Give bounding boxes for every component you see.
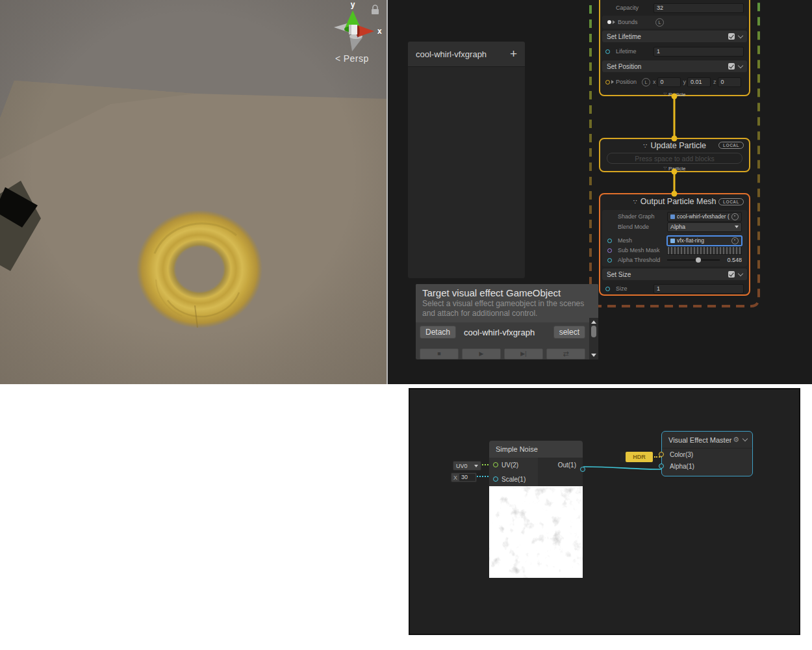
- particle-icon: ∵: [663, 92, 666, 97]
- step-icon: ▶|: [520, 351, 526, 357]
- play-button[interactable]: ▶: [462, 348, 501, 359]
- foldout-icon[interactable]: [613, 20, 615, 24]
- lifetime-label: Lifetime: [616, 48, 653, 55]
- hdr-color-tab: [620, 452, 626, 462]
- stop-icon: ■: [437, 351, 440, 357]
- position-z-field[interactable]: 0: [718, 77, 741, 87]
- size-field[interactable]: 1: [653, 284, 744, 294]
- attach-scrollbar[interactable]: [589, 318, 598, 359]
- simple-noise-title: Simple Noise: [489, 441, 583, 458]
- mesh-port[interactable]: [607, 239, 612, 243]
- gizmo-axis-down[interactable]: [349, 34, 362, 51]
- scrollbar-thumb[interactable]: [591, 326, 596, 337]
- alpha-threshold-port[interactable]: [607, 258, 612, 263]
- uv-channel-dropdown[interactable]: UV0: [453, 461, 481, 471]
- color-port-label: Color(3): [670, 451, 693, 458]
- attach-target-panel[interactable]: Target visual effect GameObject Select a…: [416, 284, 598, 359]
- size-port[interactable]: [605, 287, 610, 291]
- output-particle-mesh-node[interactable]: ∵ Output Particle Mesh LOCAL Shader Grap…: [599, 193, 750, 296]
- mesh-field[interactable]: vfx-flat-ring: [667, 236, 742, 246]
- scene-view[interactable]: y x <Persp: [0, 0, 388, 384]
- perspective-toggle[interactable]: <Persp: [335, 53, 369, 64]
- play-icon: ▶: [479, 351, 484, 357]
- space-toggle-icon[interactable]: L: [655, 18, 664, 27]
- scroll-down-icon[interactable]: [591, 354, 596, 357]
- set-lifetime-block[interactable]: Set Lifetime: [602, 31, 747, 42]
- chevron-down-icon[interactable]: [738, 270, 743, 276]
- gear-icon[interactable]: ⚙: [733, 436, 739, 444]
- object-picker-icon[interactable]: [731, 213, 739, 220]
- scroll-up-icon[interactable]: [591, 320, 596, 324]
- bounds-port[interactable]: [607, 20, 611, 24]
- scale-axis-label: X: [453, 474, 457, 481]
- particle-output-port[interactable]: ∵ Particle: [600, 164, 749, 172]
- blackboard-panel[interactable]: cool-whirl-vfxgraph +: [408, 42, 525, 278]
- shadergraph-asset-icon: [670, 214, 675, 219]
- capacity-field[interactable]: 32: [653, 3, 744, 13]
- position-x-field[interactable]: 0: [657, 77, 681, 87]
- restart-button[interactable]: ⇄: [546, 348, 585, 359]
- add-property-button[interactable]: +: [510, 47, 517, 61]
- vfx-ring[interactable]: [136, 210, 262, 328]
- object-picker-icon[interactable]: [731, 237, 739, 244]
- set-position-block[interactable]: Set Position: [602, 60, 747, 72]
- position-label: Position: [616, 79, 642, 85]
- space-toggle-icon[interactable]: L: [642, 78, 650, 86]
- output-node-title: Output Particle Mesh: [641, 197, 717, 206]
- foldout-icon[interactable]: [611, 80, 614, 84]
- set-size-title: Set Size: [607, 271, 728, 278]
- checkbox-checked-icon[interactable]: [728, 63, 735, 70]
- persp-label: Persp: [344, 53, 369, 64]
- chevron-down-icon[interactable]: [738, 32, 743, 38]
- hdr-color-swatch[interactable]: HDR: [626, 452, 653, 462]
- scale-value[interactable]: 30: [459, 474, 476, 481]
- gizmo-axis-x[interactable]: [357, 25, 375, 37]
- out-port[interactable]: [580, 467, 585, 472]
- stop-button[interactable]: ■: [420, 348, 459, 359]
- slider-handle[interactable]: [696, 257, 701, 263]
- capacity-label: Capacity: [616, 5, 653, 11]
- shader-graph-panel[interactable]: Simple Noise UV(2) Scale(1) Out(1): [409, 388, 800, 635]
- local-badge: LOCAL: [718, 198, 744, 205]
- detach-button[interactable]: Detach: [420, 326, 456, 339]
- color-input-port[interactable]: [659, 452, 664, 457]
- alpha-threshold-value[interactable]: 0.548: [724, 257, 742, 263]
- scale-value-field[interactable]: X 30: [451, 473, 477, 482]
- select-button[interactable]: select: [553, 326, 585, 339]
- lifetime-port[interactable]: [605, 49, 610, 54]
- particle-output-port[interactable]: ∵ Particle: [600, 90, 749, 99]
- step-button[interactable]: ▶|: [504, 348, 543, 359]
- alpha-port-label: Alpha(1): [670, 463, 694, 470]
- sub-mesh-mask-label: Sub Mesh Mask: [618, 247, 667, 254]
- size-label: Size: [616, 285, 653, 292]
- particle-icon: ∵: [663, 166, 666, 171]
- chevron-down-icon[interactable]: [738, 62, 743, 68]
- alpha-input-port[interactable]: [659, 463, 664, 469]
- vfx-graph-panel[interactable]: Capacity 32 Bounds L Set Lifetime Lifeti…: [388, 0, 812, 384]
- initialize-particle-node[interactable]: Capacity 32 Bounds L Set Lifetime Lifeti…: [599, 0, 750, 96]
- add-blocks-placeholder[interactable]: Press space to add blocks: [607, 153, 742, 164]
- attach-panel-title: Target visual effect GameObject: [422, 287, 592, 298]
- scale-connector: [477, 476, 488, 477]
- sub-mesh-mask-field[interactable]: [667, 246, 742, 255]
- lifetime-field[interactable]: 1: [653, 47, 744, 57]
- mesh-asset-icon: [670, 239, 675, 243]
- set-size-block[interactable]: Set Size: [602, 268, 747, 280]
- lock-icon[interactable]: [370, 4, 381, 16]
- visual-effect-master-node[interactable]: Visual Effect Master ⚙ Color(3) Alpha(1): [661, 431, 753, 476]
- shader-graph-field[interactable]: cool-whirl-vfxshader (ShaderGr: [667, 212, 742, 222]
- uv-input-port[interactable]: [493, 462, 498, 467]
- chevron-down-icon[interactable]: [742, 436, 748, 441]
- checkbox-checked-icon[interactable]: [728, 33, 735, 40]
- y-axis-label: y: [683, 79, 687, 85]
- scale-input-port[interactable]: [493, 476, 498, 482]
- position-port[interactable]: [605, 80, 610, 84]
- simple-noise-node[interactable]: Simple Noise UV(2) Scale(1) Out(1): [489, 441, 583, 578]
- update-particle-node[interactable]: ∵ Update Particle LOCAL Press space to a…: [599, 138, 750, 172]
- alpha-threshold-slider[interactable]: [667, 255, 720, 265]
- master-node-title: Visual Effect Master: [668, 436, 733, 444]
- sub-mesh-mask-port[interactable]: [607, 248, 612, 253]
- position-y-field[interactable]: 0.01: [687, 77, 711, 87]
- checkbox-checked-icon[interactable]: [728, 271, 735, 278]
- blend-mode-dropdown[interactable]: Alpha: [667, 222, 742, 232]
